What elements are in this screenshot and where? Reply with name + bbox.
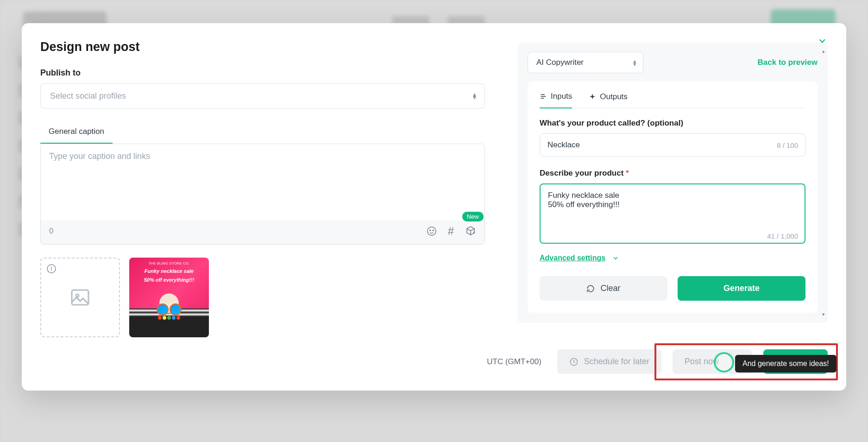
clear-button[interactable]: Clear xyxy=(540,276,667,301)
post-now-button[interactable]: Post now xyxy=(673,349,731,374)
svg-point-1 xyxy=(430,230,431,231)
clock-icon xyxy=(569,357,579,366)
refresh-icon xyxy=(586,284,595,293)
ai-tool-label: AI Copywriter xyxy=(536,58,584,67)
general-caption-tab[interactable]: General caption xyxy=(40,121,113,144)
advanced-settings-link[interactable]: Advanced settings xyxy=(540,254,619,262)
new-badge: New xyxy=(462,212,484,221)
describe-product-count: 41 / 1,000 xyxy=(767,232,798,240)
post-now-label: Post now xyxy=(685,357,719,366)
chevron-down-icon xyxy=(612,254,619,262)
outputs-tab[interactable]: Outputs xyxy=(589,92,628,108)
caption-tools: # New xyxy=(427,225,476,238)
timezone-text: UTC (GMT+00) xyxy=(487,357,541,366)
schedule-label: Schedule for later xyxy=(584,357,649,366)
describe-product-input[interactable] xyxy=(540,183,805,244)
media-thumbnail[interactable]: THE BLING STORE CO. Funky necklace sale … xyxy=(129,258,209,337)
tooltip: And generate some ideas! xyxy=(735,355,837,373)
thumb-brand: THE BLING STORE CO. xyxy=(129,258,209,265)
ai-actions: Clear Generate xyxy=(540,276,805,301)
svg-rect-3 xyxy=(72,290,88,305)
modal-footer: UTC (GMT+00) Schedule for later Post now… xyxy=(22,337,846,391)
inputs-tab-label: Inputs xyxy=(551,92,572,101)
outputs-icon xyxy=(589,93,596,101)
emoji-icon[interactable] xyxy=(427,226,437,236)
design-post-modal: ✕ Design new post Publish to Select soci… xyxy=(22,23,846,391)
ai-panel: ▴ ▾ AI Copywriter ▴▾ Back to preview Inp… xyxy=(517,43,828,323)
schedule-button[interactable]: Schedule for later xyxy=(557,349,661,374)
info-icon: i xyxy=(47,264,56,273)
outputs-tab-label: Outputs xyxy=(600,92,628,101)
back-to-preview-link[interactable]: Back to preview xyxy=(758,58,818,67)
advanced-settings-label: Advanced settings xyxy=(540,254,605,262)
scroll-up-icon: ▴ xyxy=(822,48,825,54)
thumb-person-graphic xyxy=(129,289,209,337)
left-column: Design new post Publish to Select social… xyxy=(40,40,499,337)
social-profiles-select[interactable]: Select social profiles ▴▾ xyxy=(40,83,485,108)
product-name-count: 8 / 100 xyxy=(777,141,798,149)
add-media-button[interactable]: i xyxy=(40,258,120,337)
modal-overlay: ✕ Design new post Publish to Select soci… xyxy=(0,0,868,442)
svg-point-2 xyxy=(433,230,434,231)
ai-tool-select[interactable]: AI Copywriter ▴▾ xyxy=(528,52,643,73)
ai-cube-icon[interactable] xyxy=(465,226,476,237)
svg-point-0 xyxy=(427,227,435,235)
inputs-icon xyxy=(540,93,547,100)
select-arrows-icon: ▴▾ xyxy=(633,59,636,66)
caption-char-count: 0 xyxy=(49,227,53,236)
ai-card: Inputs Outputs What's your product calle… xyxy=(528,82,818,313)
product-name-label: What's your product called? (optional) xyxy=(540,119,805,128)
ai-tabs: Inputs Outputs xyxy=(540,92,805,108)
select-arrows-icon: ▴▾ xyxy=(473,93,476,99)
ai-header: AI Copywriter ▴▾ Back to preview xyxy=(528,52,818,73)
inputs-tab[interactable]: Inputs xyxy=(540,92,572,108)
clear-label: Clear xyxy=(600,284,620,293)
hashtag-icon[interactable]: # xyxy=(448,225,454,238)
product-name-input[interactable] xyxy=(540,133,805,157)
describe-product-label: Describe your product * xyxy=(540,169,805,178)
required-star: * xyxy=(626,169,629,177)
modal-title: Design new post xyxy=(40,40,499,54)
media-row: i THE BLING STORE CO. Funky necklace sal… xyxy=(40,258,499,337)
image-placeholder-icon xyxy=(69,286,91,309)
generate-label: Generate xyxy=(723,284,760,293)
thumb-text-1: Funky necklace sale xyxy=(129,265,209,274)
panel-scrollbar[interactable]: ▴ ▾ xyxy=(822,48,826,317)
scroll-down-icon: ▾ xyxy=(822,311,825,317)
thumb-text-2: 50% off everything!!! xyxy=(129,274,209,283)
generate-button[interactable]: Generate xyxy=(678,276,805,301)
select-placeholder: Select social profiles xyxy=(50,91,126,101)
caption-footer: 0 # New xyxy=(41,220,484,244)
caption-box: 0 # New xyxy=(40,144,485,245)
publish-to-label: Publish to xyxy=(40,68,499,78)
caption-tab-row: General caption xyxy=(40,121,499,144)
caption-input[interactable] xyxy=(41,144,484,218)
